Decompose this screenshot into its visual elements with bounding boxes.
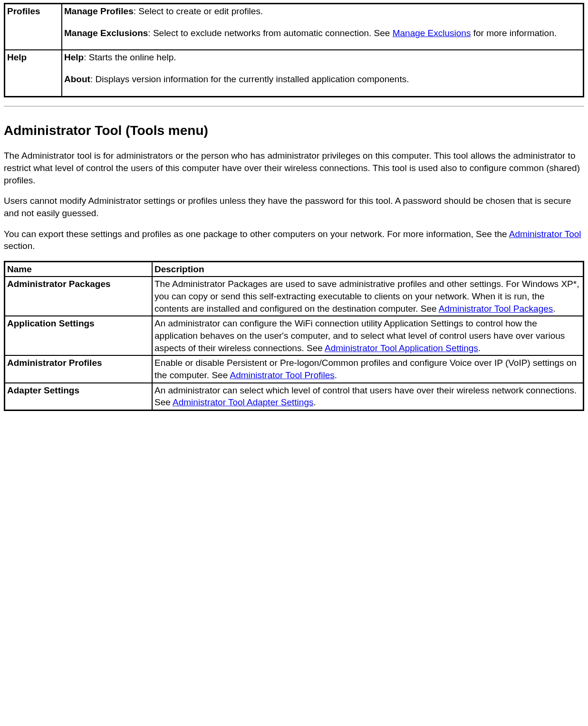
menu-desc-cell: Manage Profiles: Select to create or edi… (62, 4, 584, 50)
row-name: Adapter Settings (5, 383, 153, 411)
admin-tool-appsettings-link[interactable]: Administrator Tool Application Settings (325, 343, 478, 353)
menu-desc-cell: Help: Starts the online help. About: Dis… (62, 50, 584, 96)
menu-label-cell: Help (5, 50, 62, 96)
admin-tool-packages-link[interactable]: Administrator Tool Packages (439, 304, 553, 314)
menu-item: Manage Exclusions: Select to exclude net… (64, 27, 581, 39)
manage-exclusions-link[interactable]: Manage Exclusions (393, 28, 471, 38)
table-row: Administrator Profiles Enable or disable… (5, 355, 584, 382)
row-desc: An administrator can select which level … (152, 383, 584, 411)
menu-label-cell: Profiles (5, 4, 62, 50)
row-desc: Enable or disable Persistent or Pre-logo… (152, 355, 584, 382)
row-name: Administrator Packages (5, 277, 153, 316)
admin-table: Name Description Administrator Packages … (4, 261, 584, 411)
intro-paragraph: Users cannot modify Administrator settin… (4, 195, 584, 219)
admin-tool-profiles-link[interactable]: Administrator Tool Profiles (230, 370, 334, 380)
section-heading: Administrator Tool (Tools menu) (4, 122, 584, 140)
row-desc: The Administrator Packages are used to s… (152, 277, 584, 316)
menu-label: Help (7, 52, 27, 62)
row-name: Administrator Profiles (5, 355, 153, 382)
row-desc: An administrator can configure the WiFi … (152, 316, 584, 355)
col-header-name: Name (5, 261, 153, 277)
intro-paragraph: The Administrator tool is for administra… (4, 150, 584, 186)
col-header-description: Description (152, 261, 584, 277)
row-name: Application Settings (5, 316, 153, 355)
administrator-tool-link[interactable]: Administrator Tool (509, 229, 581, 239)
table-row: Administrator Packages The Administrator… (5, 277, 584, 316)
admin-tool-adapter-link[interactable]: Administrator Tool Adapter Settings (173, 397, 313, 407)
menu-table: Profiles Manage Profiles: Select to crea… (4, 3, 584, 97)
menu-item: Help: Starts the online help. (64, 51, 581, 64)
table-row: Adapter Settings An administrator can se… (5, 383, 584, 411)
table-header-row: Name Description (5, 261, 584, 277)
menu-item: About: Displays version information for … (64, 73, 581, 86)
menu-item: Manage Profiles: Select to create or edi… (64, 5, 581, 18)
menu-label: Profiles (7, 6, 40, 16)
divider (4, 106, 584, 106)
table-row: Application Settings An administrator ca… (5, 316, 584, 355)
intro-paragraph: You can export these settings and profil… (4, 228, 584, 252)
